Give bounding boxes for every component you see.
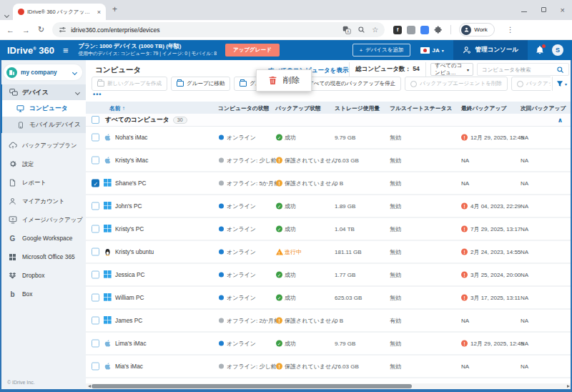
- delete-tooltip[interactable]: 削除: [256, 69, 312, 92]
- table-row[interactable]: Jessica PC オンライン ✓ 成功 1.77 GB 無効 ! 3月 25…: [86, 264, 572, 287]
- row-checkbox[interactable]: [92, 340, 99, 348]
- row-checkbox[interactable]: [92, 202, 99, 210]
- back-button[interactable]: ←: [6, 26, 14, 34]
- reload-button[interactable]: ↻: [38, 25, 44, 34]
- row-checkbox[interactable]: [92, 134, 99, 142]
- horizontal-scrollbar[interactable]: [86, 383, 572, 389]
- device-name[interactable]: Noha's iMac: [115, 134, 147, 141]
- move-to-group-button[interactable]: グループに移動: [171, 77, 230, 91]
- device-name[interactable]: James PC: [115, 317, 142, 324]
- tab-search-chevron-icon[interactable]: [5, 7, 9, 20]
- sidebar-item-office365[interactable]: Microsoft Office 365: [0, 248, 86, 266]
- extension-blue-icon[interactable]: [420, 26, 429, 34]
- column-header-backup-status[interactable]: バックアップ状態: [275, 104, 320, 112]
- table-row[interactable]: Lia PC オフライン: 5か月前 ! 保護されていません 0 B 無効 NA…: [86, 378, 572, 383]
- new-tab-button[interactable]: +: [112, 4, 117, 14]
- search-input[interactable]: [482, 67, 553, 73]
- translate-icon[interactable]: A: [342, 26, 351, 34]
- sidebar-item-computers[interactable]: コンピュータ: [2, 100, 86, 117]
- device-name[interactable]: Shane's PC: [115, 180, 147, 187]
- site-info-icon[interactable]: [59, 26, 66, 34]
- device-name[interactable]: Kristy's PC: [115, 225, 144, 232]
- company-selector[interactable]: my company: [4, 64, 82, 80]
- column-header-next-backup[interactable]: 次回バックアップ: [521, 104, 566, 112]
- search-icon[interactable]: [556, 66, 564, 74]
- add-device-button[interactable]: +デバイスを追加: [352, 44, 411, 57]
- delete-agent-button[interactable]: バックアップエージェントを削除: [405, 77, 508, 91]
- window-maximize-button[interactable]: [541, 6, 546, 14]
- browser-profile-button[interactable]: Work: [459, 23, 495, 36]
- table-row[interactable]: Kristy's ubuntu オンライン 進行中 181.11 GB 無効 !…: [86, 241, 572, 264]
- create-group-button[interactable]: 新しいグループを作成: [92, 77, 167, 91]
- column-header-name[interactable]: 名前 ↑: [109, 104, 125, 112]
- user-avatar[interactable]: S: [552, 44, 563, 56]
- table-row[interactable]: John's PC オンライン ✓ 成功 1.89 GB 無効 ! 4月 04,…: [86, 195, 572, 218]
- update-agent-button[interactable]: バックアップエージェントを更新: [511, 77, 551, 91]
- group-checkbox[interactable]: [92, 116, 99, 124]
- scrollbar-thumb[interactable]: [92, 384, 412, 388]
- tab-close-icon[interactable]: ×: [97, 9, 101, 16]
- computer-filter-select[interactable]: すべてのコンピュ... ▾: [430, 63, 473, 76]
- column-header-fullsuite[interactable]: フルスイートステータス: [390, 104, 452, 112]
- group-row-all-computers[interactable]: すべてのコンピュータ 30 ∧: [86, 114, 572, 127]
- table-row[interactable]: Shane's PC オフライン: 5か月前 ! 保護されていません 0 B 無…: [86, 172, 572, 195]
- window-minimize-button[interactable]: [521, 6, 527, 14]
- sidebar-item-backup-plan[interactable]: バックアッププラン: [0, 136, 86, 155]
- device-name[interactable]: Jessica PC: [115, 271, 145, 278]
- table-row[interactable]: William PC オンライン ✓ 成功 625.03 GB 無効 ! 3月 …: [86, 287, 572, 310]
- row-checkbox[interactable]: [92, 363, 99, 371]
- notifications-bell-icon[interactable]: [536, 46, 544, 54]
- column-header-last-backup[interactable]: 最終バックアップ: [461, 104, 506, 112]
- language-selector[interactable]: JA ▾: [420, 47, 443, 54]
- row-checkbox[interactable]: [92, 317, 99, 325]
- device-name[interactable]: Kristy's ubuntu: [115, 248, 154, 255]
- row-checkbox[interactable]: [92, 248, 99, 256]
- sidebar-item-settings[interactable]: 設定: [0, 155, 86, 173]
- table-row[interactable]: Mia's iMac オフライン: 少し前 ! 保護されていません 76.03 …: [86, 356, 572, 378]
- device-name[interactable]: Mia's iMac: [115, 363, 143, 370]
- extensions-puzzle-icon[interactable]: [434, 26, 443, 34]
- table-row[interactable]: Kristy's PC オンライン ✓ 成功 1.04 TB 無効 ! 7月 2…: [86, 218, 572, 241]
- forward-button[interactable]: →: [22, 26, 30, 34]
- upgrade-button[interactable]: アップグレード: [225, 44, 280, 57]
- row-checkbox[interactable]: [92, 225, 99, 233]
- table-row[interactable]: Lima's iMac オンライン ✓ 成功 9.79 GB 無効 ! 12月 …: [86, 333, 572, 356]
- browser-menu-icon[interactable]: ⋮: [507, 26, 514, 34]
- sidebar-item-google-workspace[interactable]: G Google Workspace: [0, 229, 86, 248]
- sidebar-item-devices[interactable]: デバイス: [2, 84, 86, 100]
- sidebar-item-box[interactable]: b Box: [0, 285, 86, 303]
- table-row[interactable]: Kristy's iMac オフライン: 少し前 ! 保護されていません 76.…: [86, 150, 572, 172]
- stop-backups-button[interactable]: すべての現在のバックアップを停止: [302, 77, 401, 91]
- extension-gray-icon[interactable]: [407, 26, 415, 34]
- column-header-computer-status[interactable]: コンピュータの状態: [218, 104, 269, 112]
- row-checkbox[interactable]: [92, 294, 99, 302]
- scroll-left-arrow-icon[interactable]: [88, 385, 91, 388]
- sidebar-item-image-backup[interactable]: イメージバックアップ ?: [0, 210, 86, 229]
- sidebar-item-my-account[interactable]: マイアカウント: [0, 192, 86, 210]
- url-bar[interactable]: idrive360.com/enterprise/devices A ☆: [52, 22, 385, 37]
- sidebar-item-reports[interactable]: レポート: [0, 173, 86, 192]
- browser-tab[interactable]: IDrive® 360 バックアップコンソール ×: [13, 4, 106, 20]
- bookmark-star-icon[interactable]: ☆: [372, 26, 378, 34]
- admin-console-button[interactable]: 管理コンソール: [453, 40, 528, 60]
- device-name[interactable]: Lima's iMac: [115, 340, 147, 347]
- extension-f-icon[interactable]: f: [393, 26, 402, 34]
- device-name[interactable]: Kristy's iMac: [115, 157, 148, 164]
- column-header-storage[interactable]: ストレージ使用量: [335, 104, 380, 112]
- row-checkbox[interactable]: [92, 180, 99, 187]
- window-close-button[interactable]: ×: [561, 6, 565, 14]
- collapse-chevron-icon[interactable]: ∧: [558, 117, 563, 124]
- sidebar-item-mobile-devices[interactable]: モバイルデバイス: [2, 117, 86, 133]
- scroll-right-arrow-icon[interactable]: [567, 385, 570, 388]
- row-checkbox[interactable]: [92, 271, 99, 279]
- device-name[interactable]: William PC: [115, 294, 144, 301]
- hamburger-menu-icon[interactable]: ≡: [63, 46, 69, 55]
- more-actions-button[interactable]: •••: [93, 91, 102, 98]
- filter-button[interactable]: ▾: [552, 77, 571, 91]
- zoom-icon[interactable]: [358, 26, 365, 34]
- table-row[interactable]: James PC オフライン: 2か月前 ! 保護されていません 0 B 有効 …: [86, 310, 572, 333]
- table-row[interactable]: Noha's iMac オンライン ✓ 成功 9.79 GB 無効 ! 12月 …: [86, 127, 572, 150]
- sidebar-item-dropbox[interactable]: Dropbox: [0, 266, 86, 285]
- row-checkbox[interactable]: [92, 157, 99, 165]
- device-name[interactable]: John's PC: [115, 202, 142, 210]
